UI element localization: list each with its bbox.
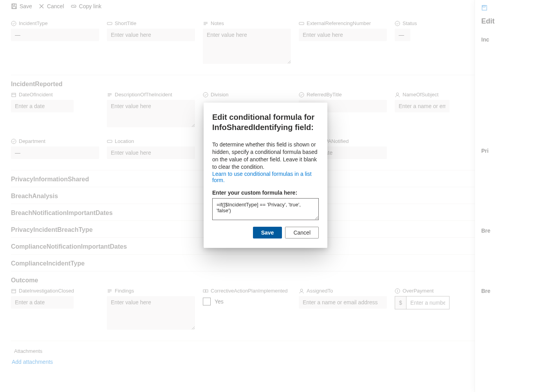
dialog-save-button[interactable]: Save	[253, 227, 282, 238]
conditional-formula-dialog: Edit conditional formula for InfoSharedI…	[204, 103, 327, 248]
dialog-description: To determine whether this field is shown…	[212, 141, 318, 170]
dialog-learn-link[interactable]: Learn to use conditional formulas in a l…	[212, 171, 312, 183]
dialog-title: Edit conditional formula for InfoSharedI…	[212, 112, 319, 132]
dialog-input-label: Enter your custom formula here:	[212, 190, 319, 196]
formula-textarea[interactable]: =if([$IncidentType] == 'Privacy', 'true'…	[212, 198, 319, 220]
dialog-cancel-button[interactable]: Cancel	[285, 227, 319, 238]
